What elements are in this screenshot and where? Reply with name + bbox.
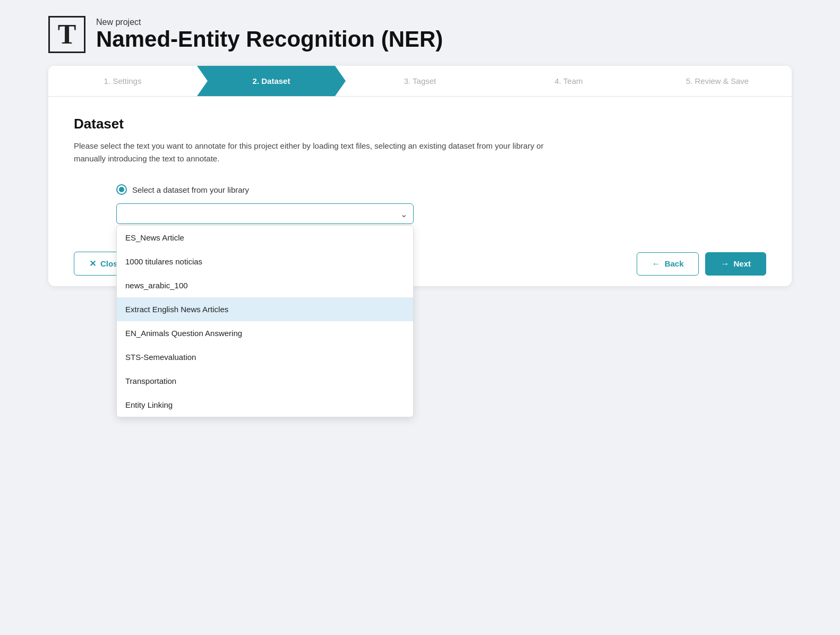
dropdown-item-transportation[interactable]: Transportation [117,369,413,393]
main-card: 1. Settings 2. Dataset 3. Tagset 4. Team… [48,66,792,286]
step-tagset[interactable]: 3. Tagset [346,66,494,96]
next-button[interactable]: → Next [705,252,766,276]
header-text: New project Named-Entity Recognition (NE… [96,18,443,52]
page-header: T New project Named-Entity Recognition (… [48,16,792,53]
dropdown-item-news-arabic[interactable]: news_arabic_100 [117,273,413,297]
app-logo: T [48,16,85,53]
dropdown-item-entity-linking[interactable]: Entity Linking [117,393,413,417]
nav-buttons: ← Back → Next [637,252,766,276]
wizard-steps: 1. Settings 2. Dataset 3. Tagset 4. Team… [48,66,792,97]
dropdown-list-inner[interactable]: ES_News Article 1000 titulares noticias … [117,226,413,417]
back-button[interactable]: ← Back [637,252,699,276]
dropdown-item-extract-english[interactable]: Extract English News Articles [117,297,413,321]
close-icon: ✕ [89,259,96,269]
project-subtitle: New project [96,18,443,27]
section-description: Please select the text you want to annot… [74,140,552,165]
step-review[interactable]: 5. Review & Save [643,66,792,96]
dataset-dropdown-list: ES_News Article 1000 titulares noticias … [116,225,414,417]
step-dataset[interactable]: 2. Dataset [197,66,346,96]
radio-option-library[interactable]: Select a dataset from your library [116,184,766,195]
dropdown-item-1000-titulares[interactable]: 1000 titulares noticias [117,250,413,273]
back-arrow-icon: ← [652,259,661,269]
section-title: Dataset [74,116,766,132]
dropdown-item-sts-seme[interactable]: STS-Semevaluation [117,345,413,369]
dropdown-item-en-animals[interactable]: EN_Animals Question Answering [117,321,413,345]
step-team[interactable]: 4. Team [494,66,643,96]
dropdown-item-es-news[interactable]: ES_News Article [117,226,413,250]
dataset-dropdown-wrapper: ⌄ ES_News Article 1000 titulares noticia… [116,203,414,224]
step-settings[interactable]: 1. Settings [48,66,197,96]
dataset-search-input[interactable] [116,203,414,224]
project-title: Named-Entity Recognition (NER) [96,27,443,52]
content-area: Dataset Please select the text you want … [48,97,792,241]
radio-label-library: Select a dataset from your library [132,185,249,194]
radio-dot-library[interactable] [116,184,127,195]
next-arrow-icon: → [721,259,729,269]
